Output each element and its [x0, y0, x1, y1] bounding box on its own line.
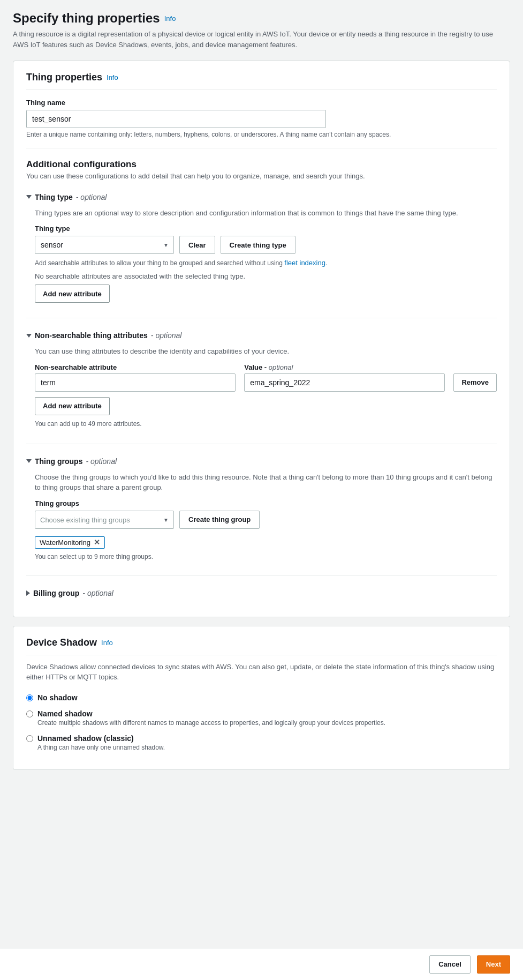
unnamed-shadow-description: A thing can have only one unnamed shadow…: [37, 744, 165, 751]
add-attr-hint: You can add up to 49 more attributes.: [35, 420, 497, 429]
thing-groups-content: Choose the thing groups to which you'd l…: [26, 470, 497, 567]
additional-configs-description: You can use these configurations to add …: [26, 172, 497, 180]
shadow-option-named-shadow: Named shadow Create multiple shadows wit…: [26, 709, 497, 727]
non-searchable-content: You can use thing attributes to describe…: [26, 344, 497, 435]
page-info-link[interactable]: Info: [164, 14, 176, 23]
non-searchable-header-label: Non-searchable thing attributes: [35, 331, 148, 340]
billing-group-section: Billing group - optional: [26, 585, 497, 602]
attr-value-input[interactable]: [244, 373, 445, 392]
attribute-row: Non-searchable attribute Value - optiona…: [35, 363, 497, 392]
thing-groups-collapse-icon: [26, 459, 32, 463]
billing-group-collapse-icon: [26, 590, 30, 596]
thing-type-select[interactable]: sensor: [35, 236, 174, 254]
thing-groups-header[interactable]: Thing groups - optional: [26, 453, 497, 470]
named-shadow-label[interactable]: Named shadow: [37, 709, 93, 718]
shadow-options: No shadow Named shadow Create multiple s…: [26, 693, 497, 751]
thing-groups-description: Choose the thing groups to which you'd l…: [35, 472, 497, 493]
no-shadow-label[interactable]: No shadow: [37, 693, 78, 702]
unnamed-shadow-radio[interactable]: [26, 735, 33, 742]
shadow-option-no-shadow: No shadow: [26, 693, 497, 702]
thing-groups-field-label: Thing groups: [35, 499, 497, 507]
thing-type-section: Thing type - optional Thing types are an…: [26, 189, 497, 310]
billing-group-header[interactable]: Billing group - optional: [26, 585, 497, 602]
thing-groups-header-label: Thing groups: [35, 457, 82, 466]
non-searchable-collapse-icon: [26, 334, 32, 338]
page-description: A thing resource is a digital representa…: [13, 29, 510, 50]
thing-groups-section: Thing groups - optional Choose the thing…: [26, 453, 497, 567]
shadow-option-unnamed-shadow: Unnamed shadow (classic) A thing can hav…: [26, 734, 497, 751]
clear-button[interactable]: Clear: [179, 236, 215, 254]
attr-field-label: Non-searchable attribute: [35, 363, 236, 371]
thing-name-hint: Enter a unique name containing only: let…: [26, 130, 497, 139]
attr-name-input[interactable]: [35, 373, 236, 392]
thing-type-optional-label: - optional: [76, 193, 107, 201]
thing-type-select-wrapper: sensor ▼: [35, 236, 174, 254]
thing-type-description: Thing types are an optional way to store…: [35, 208, 497, 219]
named-shadow-description: Create multiple shadows with different n…: [37, 719, 385, 727]
thing-groups-select[interactable]: [35, 511, 174, 529]
add-new-attribute-button-1[interactable]: Add new attribute: [35, 285, 110, 303]
billing-group-optional-label: - optional: [82, 589, 113, 597]
no-attributes-message: No searchable attributes are associated …: [35, 272, 497, 280]
add-new-attribute-button-2[interactable]: Add new attribute: [35, 397, 110, 415]
thing-type-field-label: Thing type: [35, 225, 497, 233]
non-searchable-section: Non-searchable thing attributes - option…: [26, 327, 497, 435]
no-shadow-radio[interactable]: [26, 694, 33, 701]
thing-name-label: Thing name: [26, 99, 497, 107]
page-title: Specify thing properties: [13, 11, 160, 26]
unnamed-shadow-label[interactable]: Unnamed shadow (classic): [37, 734, 134, 743]
groups-hint: You can select up to 9 more thing groups…: [35, 553, 497, 560]
thing-type-content: Thing types are an optional way to store…: [26, 206, 497, 310]
thing-type-header[interactable]: Thing type - optional: [26, 189, 497, 206]
thing-properties-info-link[interactable]: Info: [107, 73, 118, 81]
non-searchable-description: You can use thing attributes to describe…: [35, 346, 497, 357]
thing-name-input[interactable]: [26, 110, 326, 128]
additional-configs-title: Additional configurations: [26, 159, 497, 170]
device-shadow-description: Device Shadows allow connected devices t…: [26, 662, 497, 683]
footer-bar: Cancel Next: [0, 948, 523, 980]
cancel-button[interactable]: Cancel: [429, 955, 471, 974]
non-searchable-optional-label: - optional: [151, 331, 182, 340]
billing-group-header-label: Billing group: [33, 589, 79, 597]
searchable-hint: Add searchable attributes to allow your …: [35, 258, 497, 268]
thing-properties-title: Thing properties: [26, 72, 102, 83]
thing-type-header-label: Thing type: [35, 193, 73, 201]
remove-group-button[interactable]: ✕: [94, 538, 100, 546]
non-searchable-header[interactable]: Non-searchable thing attributes - option…: [26, 327, 497, 344]
named-shadow-radio[interactable]: [26, 710, 33, 717]
create-thing-group-button[interactable]: Create thing group: [179, 511, 260, 529]
selected-group-label: WaterMonitoring: [40, 538, 90, 547]
thing-groups-select-wrapper: Choose existing thing groups ▼: [35, 511, 174, 529]
device-shadow-info-link[interactable]: Info: [101, 639, 113, 647]
remove-attribute-button[interactable]: Remove: [453, 373, 497, 392]
device-shadow-title: Device Shadow: [26, 637, 97, 648]
selected-group-tag: WaterMonitoring ✕: [35, 536, 105, 549]
next-button[interactable]: Next: [477, 955, 510, 974]
thing-groups-optional-label: - optional: [86, 457, 117, 466]
device-shadow-card: Device Shadow Info Device Shadows allow …: [13, 626, 510, 770]
value-field-label: Value - optional: [244, 363, 445, 371]
create-thing-type-button[interactable]: Create thing type: [221, 236, 295, 254]
thing-type-collapse-icon: [26, 195, 32, 199]
thing-properties-card: Thing properties Info Thing name Enter a…: [13, 61, 510, 617]
